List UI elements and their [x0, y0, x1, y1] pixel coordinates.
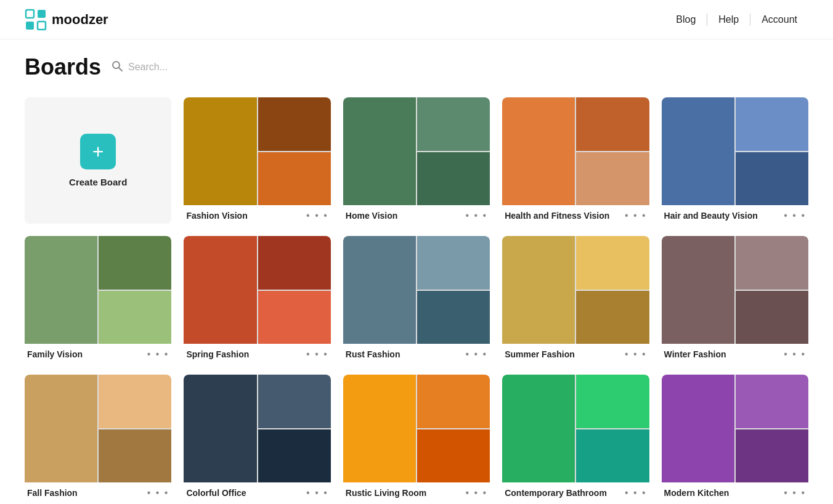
board-menu-button[interactable]: • • • — [147, 349, 169, 360]
thumb-cell — [258, 97, 331, 151]
board-thumbnail — [502, 236, 649, 344]
board-card[interactable]: Rust Fashion• • • — [343, 236, 490, 362]
nav-blog[interactable]: Blog — [665, 14, 707, 25]
header: moodzer Blog Help Account — [0, 0, 833, 39]
search-input[interactable] — [128, 62, 251, 73]
board-name: Contemporary Bathroom — [505, 488, 607, 498]
board-menu-button[interactable]: • • • — [465, 210, 487, 221]
board-name: Hair and Beauty Vision — [664, 211, 758, 221]
thumb-cell — [417, 429, 490, 483]
board-menu-button[interactable]: • • • — [306, 349, 328, 360]
board-name: Colorful Office — [186, 488, 246, 498]
board-card[interactable]: Fall Fashion• • • — [25, 375, 171, 501]
thumb-cell — [343, 236, 416, 344]
board-thumbnail — [343, 375, 490, 482]
board-card[interactable]: Home Vision• • • — [343, 97, 490, 224]
thumb-cell — [576, 375, 649, 428]
board-menu-button[interactable]: • • • — [784, 210, 806, 221]
svg-line-5 — [119, 68, 122, 71]
board-menu-button[interactable]: • • • — [784, 349, 806, 360]
board-name: Rust Fashion — [346, 349, 400, 359]
board-card[interactable]: Rustic Living Room• • • — [343, 375, 490, 501]
thumb-cell — [576, 236, 649, 290]
top-nav: Blog Help Account — [665, 14, 808, 26]
nav-help[interactable]: Help — [707, 14, 750, 25]
thumb-cell — [99, 375, 171, 428]
board-thumbnail — [343, 97, 490, 205]
board-name: Spring Fashion — [186, 349, 249, 359]
board-menu-button[interactable]: • • • — [465, 487, 487, 498]
page-title: Boards — [25, 54, 101, 80]
board-footer: Health and Fitness Vision• • • — [502, 205, 649, 224]
thumb-cell — [184, 375, 256, 482]
board-footer: Family Vision• • • — [25, 344, 171, 362]
create-board-label: Create Board — [69, 177, 127, 187]
thumb-cell — [662, 236, 734, 344]
thumb-cell — [736, 152, 808, 206]
board-footer: Summer Fashion• • • — [502, 344, 649, 362]
board-menu-button[interactable]: • • • — [465, 349, 487, 360]
board-card[interactable]: Health and Fitness Vision• • • — [502, 97, 649, 224]
search-wrapper — [111, 60, 251, 75]
board-name: Fall Fashion — [27, 488, 78, 498]
thumb-cell — [343, 97, 416, 205]
thumb-cell — [258, 291, 331, 344]
svg-rect-3 — [38, 22, 46, 30]
board-card[interactable]: Colorful Office• • • — [184, 375, 330, 501]
thumb-cell — [576, 429, 649, 483]
thumb-cell — [258, 429, 331, 483]
boards-grid: + Create Board Fashion Vision• • •Home V… — [25, 97, 808, 501]
thumb-cell — [417, 97, 490, 151]
board-menu-button[interactable]: • • • — [306, 210, 328, 221]
board-menu-button[interactable]: • • • — [306, 487, 328, 498]
thumb-cell — [184, 236, 256, 344]
thumb-cell — [258, 152, 331, 206]
thumb-cell — [736, 291, 808, 344]
board-card[interactable]: Modern Kitchen• • • — [662, 375, 808, 501]
thumb-cell — [184, 97, 256, 205]
board-thumbnail — [184, 236, 330, 344]
board-name: Health and Fitness Vision — [505, 211, 609, 221]
board-footer: Home Vision• • • — [343, 205, 490, 224]
board-footer: Colorful Office• • • — [184, 482, 330, 501]
logo-icon — [25, 9, 47, 31]
thumb-cell — [99, 429, 171, 483]
board-card[interactable]: Contemporary Bathroom• • • — [502, 375, 649, 501]
board-thumbnail — [502, 97, 649, 205]
board-footer: Rustic Living Room• • • — [343, 482, 490, 501]
board-footer: Spring Fashion• • • — [184, 344, 330, 362]
board-thumbnail — [662, 97, 808, 205]
board-footer: Fashion Vision• • • — [184, 205, 330, 224]
board-thumbnail — [343, 236, 490, 344]
board-footer: Winter Fashion• • • — [662, 344, 808, 362]
thumb-cell — [576, 291, 649, 344]
board-card[interactable]: Spring Fashion• • • — [184, 236, 330, 362]
board-name: Family Vision — [27, 349, 83, 359]
thumb-cell — [258, 375, 331, 428]
board-menu-button[interactable]: • • • — [625, 349, 647, 360]
create-board-card[interactable]: + Create Board — [25, 97, 171, 224]
board-menu-button[interactable]: • • • — [625, 210, 647, 221]
board-card[interactable]: Summer Fashion• • • — [502, 236, 649, 362]
thumb-cell — [736, 97, 808, 151]
board-name: Modern Kitchen — [664, 488, 729, 498]
logo[interactable]: moodzer — [25, 9, 108, 31]
board-footer: Hair and Beauty Vision• • • — [662, 205, 808, 224]
board-menu-button[interactable]: • • • — [625, 487, 647, 498]
board-card[interactable]: Hair and Beauty Vision• • • — [662, 97, 808, 224]
board-name: Fashion Vision — [186, 211, 247, 221]
board-menu-button[interactable]: • • • — [147, 487, 169, 498]
search-icon — [111, 60, 123, 75]
board-footer: Rust Fashion• • • — [343, 344, 490, 362]
board-thumbnail — [184, 97, 330, 205]
board-card[interactable]: Winter Fashion• • • — [662, 236, 808, 362]
thumb-cell — [25, 236, 97, 344]
thumb-cell — [502, 236, 575, 344]
board-thumbnail — [184, 375, 330, 482]
board-menu-button[interactable]: • • • — [784, 487, 806, 498]
board-name: Summer Fashion — [505, 349, 575, 359]
create-board-plus-icon: + — [80, 134, 116, 169]
board-card[interactable]: Fashion Vision• • • — [184, 97, 330, 224]
board-card[interactable]: Family Vision• • • — [25, 236, 171, 362]
nav-account[interactable]: Account — [750, 14, 808, 25]
